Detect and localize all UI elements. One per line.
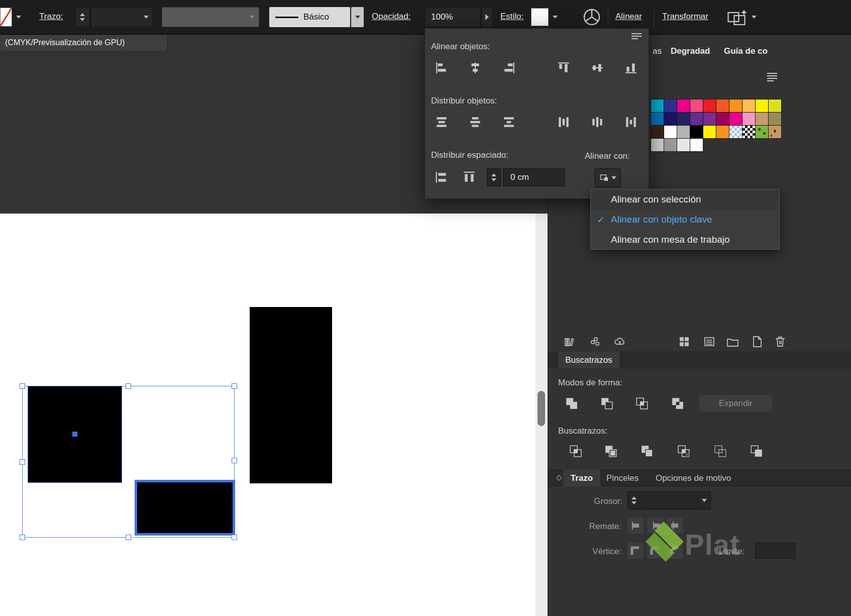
panel-menu-icon[interactable]: [766, 70, 779, 83]
rect-tall-black[interactable]: [250, 307, 332, 483]
scrollbar-thumb[interactable]: [538, 391, 545, 426]
swatch[interactable]: [729, 99, 742, 112]
stroke-label[interactable]: Trazo:: [39, 12, 63, 22]
stroke-weight-dropdown[interactable]: [91, 7, 153, 27]
arrange-documents-icon[interactable]: [727, 8, 749, 26]
align-top-button[interactable]: [555, 59, 573, 77]
swatch[interactable]: [651, 139, 664, 151]
swatch[interactable]: [677, 126, 690, 138]
swatch[interactable]: [756, 113, 768, 125]
swatch-libraries-icon[interactable]: [562, 335, 576, 349]
delete-swatch-icon[interactable]: [773, 335, 787, 349]
distribute-top-button[interactable]: [433, 113, 451, 131]
opacity-input[interactable]: 100%: [424, 7, 481, 27]
tab-guia-de-color[interactable]: Guía de co: [724, 46, 768, 56]
swatch[interactable]: [677, 139, 690, 151]
selection-handle[interactable]: [232, 383, 237, 389]
exclude-button[interactable]: [669, 395, 686, 412]
menu-item-align-to-key-object[interactable]: ✓ Alinear con objeto clave: [591, 210, 779, 230]
swatch[interactable]: [664, 139, 677, 151]
minus-front-button[interactable]: [598, 395, 615, 412]
stroke-weight-stepper-top[interactable]: [75, 7, 90, 27]
swatch[interactable]: [729, 126, 742, 138]
tab-muestras[interactable]: as: [653, 46, 662, 56]
swatch[interactable]: [729, 113, 742, 125]
brush-dropdown-chevron[interactable]: [351, 7, 364, 27]
swatch[interactable]: [651, 99, 664, 112]
align-bottom-button[interactable]: [622, 59, 640, 77]
outline-button[interactable]: [712, 443, 729, 460]
spacing-value-input[interactable]: 0 cm: [503, 168, 565, 186]
swatch[interactable]: [716, 126, 729, 138]
new-color-group-icon[interactable]: [725, 335, 740, 349]
divide-button[interactable]: [567, 443, 584, 460]
intersect-button[interactable]: [633, 395, 651, 412]
swatch[interactable]: [703, 113, 716, 125]
recolor-artwork-icon[interactable]: [582, 7, 602, 27]
swatch-options-icon[interactable]: [702, 335, 717, 349]
align-horizontal-center-button[interactable]: [466, 59, 484, 77]
swatch[interactable]: [769, 113, 781, 125]
swatch[interactable]: [677, 99, 690, 112]
selection-handle[interactable]: [126, 383, 131, 389]
align-panel-menu-icon[interactable]: [630, 31, 643, 43]
swatch[interactable]: [690, 113, 703, 125]
stroke-weight-combo-chevron[interactable]: [698, 491, 711, 509]
rect-key-object[interactable]: [135, 480, 235, 536]
selection-handle[interactable]: [20, 383, 25, 389]
cloud-sync-icon[interactable]: [612, 335, 627, 349]
distribute-vertical-center-button[interactable]: [466, 113, 484, 131]
align-left-button[interactable]: [433, 59, 451, 77]
selection-handle[interactable]: [20, 459, 25, 465]
tab-degradado[interactable]: Degradad: [671, 46, 710, 56]
swatch[interactable]: [664, 126, 677, 138]
distribute-right-button[interactable]: [622, 113, 640, 131]
swatch[interactable]: [742, 126, 755, 138]
menu-item-align-to-selection[interactable]: Alinear con selección: [591, 189, 779, 210]
merge-button[interactable]: [639, 443, 656, 460]
tab-opciones-de-motivo[interactable]: Opciones de motivo: [656, 473, 731, 483]
opacity-label[interactable]: Opacidad:: [372, 12, 411, 22]
swatch[interactable]: [703, 126, 716, 138]
show-swatch-kinds-icon[interactable]: [677, 335, 692, 349]
crop-button[interactable]: [675, 443, 692, 460]
cap-butt-button[interactable]: [627, 518, 644, 534]
align-right-button[interactable]: [500, 59, 518, 77]
swatch[interactable]: [690, 99, 703, 112]
spacing-stepper[interactable]: [487, 168, 501, 186]
swatch[interactable]: [664, 113, 677, 125]
style-label[interactable]: Estilo:: [500, 12, 523, 22]
vertical-scrollbar[interactable]: [536, 214, 548, 616]
selection-handle[interactable]: [232, 458, 237, 463]
swatch[interactable]: [651, 113, 664, 125]
selection-handle[interactable]: [126, 535, 131, 540]
miter-limit-input[interactable]: [755, 543, 795, 559]
graphic-style-swatch[interactable]: [531, 8, 549, 26]
swatch[interactable]: [769, 126, 781, 138]
swatch[interactable]: [742, 113, 755, 125]
stroke-weight-stepper[interactable]: [627, 491, 641, 509]
distribute-horizontal-center-button[interactable]: [588, 113, 606, 131]
distribute-bottom-button[interactable]: [500, 113, 518, 131]
opacity-flyout-button[interactable]: [481, 7, 493, 27]
stroke-color-none-swatch[interactable]: [0, 8, 12, 27]
vertical-distribute-space-button[interactable]: [433, 168, 451, 186]
swatch[interactable]: [756, 126, 768, 138]
selection-handle[interactable]: [20, 535, 25, 540]
swatch[interactable]: [690, 126, 703, 138]
menu-item-align-to-artboard[interactable]: Alinear con mesa de trabajo: [591, 230, 779, 250]
arrange-chevron-icon[interactable]: [752, 16, 757, 19]
swatch[interactable]: [703, 99, 716, 112]
swatch[interactable]: [690, 139, 703, 151]
swatch[interactable]: [677, 113, 690, 125]
swatch[interactable]: [756, 99, 768, 112]
color-themes-icon[interactable]: [588, 335, 602, 349]
trim-button[interactable]: [602, 443, 619, 460]
new-swatch-icon[interactable]: [750, 335, 764, 349]
swatch[interactable]: [716, 99, 729, 112]
stroke-weight-combo[interactable]: [642, 491, 697, 509]
tab-buscatrazos[interactable]: Buscatrazos: [558, 352, 619, 368]
stroke-color-chevron-icon[interactable]: [16, 16, 21, 19]
tab-pinceles[interactable]: Pinceles: [606, 473, 639, 483]
selection-handle[interactable]: [232, 535, 237, 540]
